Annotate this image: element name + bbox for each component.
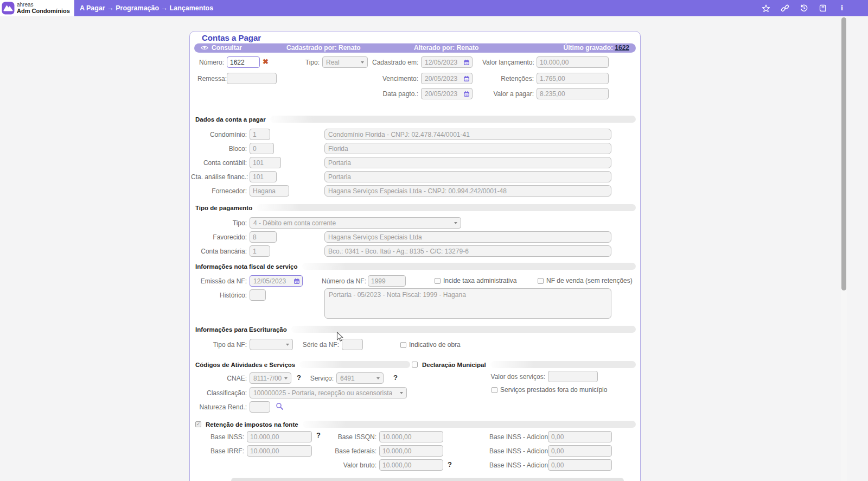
cnae-help-icon[interactable]: ?	[297, 374, 301, 382]
base-federais-label: Base federais:	[322, 447, 379, 455]
bloco-code-input[interactable]	[250, 143, 274, 154]
dropdown-arrow-icon	[376, 377, 380, 379]
base-issqn-input[interactable]	[379, 431, 443, 442]
base-inss-ad3-input[interactable]	[548, 445, 612, 457]
base-irrf-field: Base IRRF:	[190, 445, 312, 457]
base-inss-ad2-input[interactable]	[548, 431, 612, 442]
servico-select[interactable]: 6491	[336, 372, 384, 384]
cadastrado-em-field: Cadastrado em: 12/05/2023	[372, 56, 473, 68]
favorite-icon[interactable]	[762, 4, 770, 12]
cta-analise-label: Cta. análise financ.:	[191, 173, 250, 181]
valor-bruto-label: Valor bruto:	[322, 461, 379, 469]
conta-bancaria-field: Conta bancária:	[191, 245, 270, 257]
dropdown-arrow-icon	[361, 61, 364, 64]
ahreas-logo-icon	[2, 2, 15, 15]
section-declaracao-municipal: Declaração Municipal	[412, 360, 636, 369]
valor-a-pagar-input[interactable]	[537, 88, 609, 99]
fora-municipio-checkbox[interactable]: Serviços prestados fora do município	[492, 386, 607, 394]
conta-bancaria-code-input[interactable]	[250, 245, 270, 257]
base-federais-field: Base federais:	[322, 445, 443, 457]
numero-nf-field: Número da NF:	[322, 275, 406, 287]
base-inss-ad4-field: Base INSS - Adicional 4%:	[489, 459, 612, 471]
cnae-select[interactable]: 8111-7/00	[250, 372, 291, 384]
bloco-desc	[324, 143, 611, 154]
valor-servicos-field: Valor dos serviços:	[488, 371, 598, 382]
numero-nf-input[interactable]	[368, 275, 406, 287]
cadastrado-em-label: Cadastrado em:	[372, 59, 421, 66]
clear-number-icon[interactable]: ✖	[263, 58, 269, 66]
calendar-icon[interactable]	[463, 59, 470, 66]
conta-contabil-code-input[interactable]	[250, 157, 281, 168]
retencao-checkbox[interactable]: ✓	[195, 421, 201, 427]
valor-bruto-input[interactable]	[379, 459, 443, 471]
indicativo-obra-checkbox[interactable]: Indicativo de obra	[400, 341, 461, 349]
base-inss-ad4-input[interactable]	[548, 459, 612, 471]
search-icon[interactable]	[276, 402, 284, 410]
cta-analise-code-input[interactable]	[250, 171, 277, 182]
section-dados-conta: Dados da conta a pagar	[195, 115, 636, 123]
tipo-nf-field: Tipo da NF:	[191, 339, 293, 350]
history-icon[interactable]	[800, 4, 808, 12]
emissao-nf-input[interactable]: 12/05/2023	[250, 275, 303, 287]
base-federais-input[interactable]	[379, 445, 443, 457]
historico-textarea[interactable]: Portaria - 05/2023 - Nota Fiscal: 1999 -…	[324, 288, 611, 319]
cadastrado-em-input[interactable]: 12/05/2023	[421, 56, 473, 68]
fornecedor-field: Fornecedor:	[191, 185, 289, 197]
manual-book-icon[interactable]	[819, 4, 827, 12]
checkbox[interactable]	[435, 278, 441, 284]
checkbox[interactable]	[492, 387, 497, 393]
calendar-icon[interactable]	[463, 75, 470, 82]
tipo-pagamento-select[interactable]: 4 - Débito em conta corrente	[250, 217, 461, 229]
tipo-nf-select[interactable]	[250, 339, 293, 350]
section-retencao: ✓ Retenção de impostos na fonte	[195, 420, 636, 428]
checkbox[interactable]	[538, 278, 544, 284]
cnae-field: CNAE: 8111-7/00	[191, 372, 291, 384]
top-bar: ahreas Adm Condomínios A Pagar → Program…	[0, 0, 868, 16]
servico-help-icon[interactable]: ?	[393, 374, 398, 382]
natureza-rend-label: Natureza Rend.:	[191, 403, 250, 411]
favorecido-code-input[interactable]	[250, 231, 277, 243]
app-logo[interactable]: ahreas Adm Condomínios	[0, 0, 74, 16]
base-inss-help-icon[interactable]: ?	[316, 431, 321, 439]
numero-input[interactable]	[227, 56, 260, 68]
serie-nf-field: Série da NF:	[297, 339, 363, 350]
classificacao-select[interactable]: 100000025 - Portaria, recepção ou ascens…	[250, 387, 407, 398]
tipo-nf-label: Tipo da NF:	[191, 341, 250, 349]
vencimento-input[interactable]: 20/05/2023	[421, 73, 473, 84]
tipo-select[interactable]: Real	[322, 56, 368, 68]
fornecedor-code-input[interactable]	[250, 185, 289, 197]
base-irrf-input[interactable]	[247, 445, 312, 457]
calendar-icon[interactable]	[463, 91, 470, 97]
condominio-code-input[interactable]	[250, 129, 270, 140]
valor-bruto-help-icon[interactable]: ?	[448, 460, 452, 469]
valor-bruto-field: Valor bruto:	[322, 459, 443, 471]
ultimo-gravado-link[interactable]: 1622	[615, 44, 629, 52]
servico-label: Serviço:	[307, 375, 336, 382]
info-icon[interactable]: i	[838, 4, 846, 12]
base-inss-ad2-field: Base INSS - Adicional 2%:	[489, 431, 612, 442]
checkbox[interactable]	[400, 342, 406, 348]
scrollbar-thumb[interactable]	[841, 17, 846, 290]
serie-nf-input[interactable]	[342, 339, 363, 350]
condominio-field: Condomínio:	[191, 129, 270, 140]
valor-servicos-input[interactable]	[548, 371, 598, 382]
historico-code-input[interactable]	[250, 289, 266, 301]
declaracao-municipal-checkbox[interactable]	[412, 362, 418, 368]
contas-a-pagar-panel: Contas a Pagar Consultar Cadastrado por:…	[189, 31, 641, 481]
base-inss-input[interactable]	[247, 431, 312, 442]
nf-venda-checkbox[interactable]: NF de venda (sem retenções)	[538, 277, 633, 284]
incide-taxa-checkbox[interactable]: Incide taxa administrativa	[435, 277, 516, 284]
numero-nf-label: Número da NF:	[322, 277, 368, 285]
calendar-icon[interactable]	[293, 278, 300, 284]
data-pagto-input[interactable]: 20/05/2023	[421, 88, 473, 99]
remessa-input[interactable]	[227, 73, 277, 84]
conta-bancaria-label: Conta bancária:	[191, 248, 250, 255]
valor-lancamento-input[interactable]	[537, 56, 609, 68]
link-icon[interactable]	[781, 4, 789, 12]
natureza-rend-input[interactable]	[250, 401, 270, 413]
retencoes-input[interactable]	[537, 73, 609, 84]
tipo-label: Tipo:	[305, 59, 322, 66]
valor-lancamento-field: Valor lançamento:	[482, 56, 609, 68]
condominio-label: Condomínio:	[191, 131, 250, 138]
emissao-nf-label: Emissão da NF:	[191, 277, 250, 285]
